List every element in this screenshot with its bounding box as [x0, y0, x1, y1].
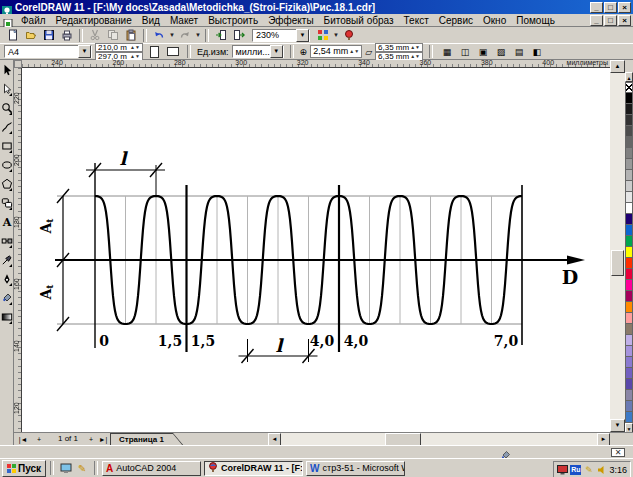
import-button[interactable]: [212, 28, 230, 43]
palette-color-999999[interactable]: [625, 159, 633, 170]
palette-no-color[interactable]: [625, 82, 633, 93]
drawing-canvas[interactable]: lAtAtl01,51,54,04,07,0D: [22, 68, 610, 432]
redo-button[interactable]: [176, 28, 194, 43]
undo-drop-icon[interactable]: ▼: [168, 28, 176, 43]
vertical-scrollbar[interactable]: ▲ ▼: [610, 60, 625, 432]
outline-status-icon[interactable]: ✕: [611, 448, 625, 457]
save-button[interactable]: [40, 28, 58, 43]
palette-color-8a7a6a[interactable]: [625, 324, 633, 335]
snap-objects-button[interactable]: ▣: [475, 45, 491, 59]
horizontal-ruler[interactable]: миллиметры 240260280300320340360380400: [22, 60, 610, 68]
menu-Текст[interactable]: Текст: [399, 15, 434, 26]
palette-color-3d7ac6[interactable]: [625, 412, 633, 423]
spinner-icon[interactable]: ▲▼: [349, 46, 359, 57]
restore-button[interactable]: □: [604, 2, 617, 13]
portrait-button[interactable]: [146, 45, 162, 59]
rectangle-tool[interactable]: [0, 136, 13, 155]
corel-community-button[interactable]: [340, 28, 358, 43]
paste-button[interactable]: [122, 28, 140, 43]
palette-color-ffff00[interactable]: [625, 247, 633, 258]
language-ru-icon[interactable]: Ru: [570, 465, 581, 475]
app-launcher-button[interactable]: [314, 28, 332, 43]
chevron-down-icon[interactable]: ▼: [78, 45, 91, 58]
zoom-level-combo[interactable]: 230% ▼: [252, 29, 310, 42]
zoom-tool[interactable]: [0, 98, 13, 117]
outline-tool[interactable]: [0, 269, 13, 288]
palette-scroll-up[interactable]: ▲: [625, 72, 633, 82]
treat-as-filled-button[interactable]: ▤: [511, 45, 527, 59]
palette-color-00a550[interactable]: [625, 236, 633, 247]
ruler-origin-box[interactable]: [14, 60, 22, 68]
palette-color-7260c0[interactable]: [625, 368, 633, 379]
pen-quicklaunch-icon[interactable]: ✎: [74, 461, 90, 475]
page-width-field[interactable]: 210,0 m▲▼: [95, 43, 143, 52]
palette-color-6a7ab3[interactable]: [625, 401, 633, 412]
show-desktop-icon[interactable]: [58, 461, 74, 475]
menu-Макет[interactable]: Макет: [165, 15, 203, 26]
minimize-button[interactable]: _: [590, 2, 603, 13]
palette-color-ff0099[interactable]: [625, 280, 633, 291]
vertical-ruler[interactable]: 220200180160140120: [14, 68, 22, 432]
menu-Битовый образ[interactable]: Битовый образ: [319, 15, 399, 26]
palette-color-8a7ad0[interactable]: [625, 357, 633, 368]
menu-Эффекты[interactable]: Эффекты: [263, 15, 318, 26]
palette-color-5a48aa[interactable]: [625, 379, 633, 390]
last-page-button[interactable]: ►|: [96, 434, 110, 445]
app-launcher-drop-icon[interactable]: ▼: [332, 28, 340, 43]
open-button[interactable]: [22, 28, 40, 43]
palette-color-cccccc[interactable]: [625, 181, 633, 192]
interactive-fill-tool[interactable]: [0, 307, 13, 326]
taskbar-task[interactable]: Wстр3-51 - Microsoft Word: [306, 461, 405, 476]
export-button[interactable]: [230, 28, 248, 43]
undo-button[interactable]: [150, 28, 168, 43]
cut-button[interactable]: [86, 28, 104, 43]
snap-grid-button[interactable]: ▦: [439, 45, 455, 59]
menu-Выстроить[interactable]: Выстроить: [203, 15, 263, 26]
duplicate-x-field[interactable]: 6,35 mm▲▼: [375, 43, 423, 52]
paper-size-combo[interactable]: A4 ▼: [4, 45, 92, 58]
scroll-down-button[interactable]: ▼: [610, 419, 625, 432]
print-button[interactable]: [58, 28, 76, 43]
landscape-button[interactable]: [165, 45, 181, 59]
ellipse-tool[interactable]: [0, 155, 13, 174]
palette-color-a6005c[interactable]: [625, 291, 633, 302]
redo-drop-icon[interactable]: ▼: [194, 28, 202, 43]
chevron-down-icon[interactable]: ▼: [296, 29, 309, 42]
minimize-button[interactable]: _: [590, 15, 603, 26]
spinner-icon[interactable]: ▲▼: [130, 53, 140, 60]
palette-color-333333[interactable]: [625, 115, 633, 126]
eyedropper-tool[interactable]: [0, 250, 13, 269]
display-icon[interactable]: [557, 464, 568, 475]
palette-color-b3b3b3[interactable]: [625, 170, 633, 181]
palette-color-e8003c[interactable]: [625, 269, 633, 280]
palette-color-808080[interactable]: [625, 148, 633, 159]
taskbar-task[interactable]: CorelDRAW 11 - [F:\...: [204, 461, 303, 476]
palette-color-0d66d0[interactable]: [625, 225, 633, 236]
menu-Помощь[interactable]: Помощь: [511, 15, 560, 26]
pick-tool[interactable]: [0, 60, 13, 79]
pen-icon[interactable]: ✎: [583, 464, 594, 475]
close-button[interactable]: ×: [618, 2, 631, 13]
spinner-icon[interactable]: ▲▼: [130, 44, 140, 51]
new-button[interactable]: [4, 28, 22, 43]
palette-color-ffffff[interactable]: [625, 203, 633, 214]
scroll-up-button[interactable]: ▲: [610, 60, 625, 73]
snap-guidelines-button[interactable]: ◫: [457, 45, 473, 59]
spinner-icon[interactable]: ▲▼: [410, 44, 420, 51]
taskbar-task[interactable]: AAutoCAD 2004: [102, 461, 201, 476]
vertical-scroll-thumb[interactable]: [611, 250, 624, 276]
menu-Сервис[interactable]: Сервис: [434, 15, 478, 26]
add-page-after-button[interactable]: +: [86, 434, 96, 445]
fill-tool[interactable]: [0, 288, 13, 307]
palette-color-c0b0e8[interactable]: [625, 335, 633, 346]
freehand-tool[interactable]: [0, 117, 13, 136]
first-page-button[interactable]: |◄: [16, 434, 30, 445]
copy-button[interactable]: [104, 28, 122, 43]
menu-Файл[interactable]: Файл: [16, 15, 51, 26]
bounding-box-button[interactable]: ◧: [529, 45, 545, 59]
palette-color-4d4d4d[interactable]: [625, 126, 633, 137]
dynamic-guides-button[interactable]: ▨: [493, 45, 509, 59]
start-button[interactable]: Пуск: [2, 460, 46, 477]
chevron-down-icon[interactable]: ▼: [270, 45, 283, 58]
palette-color-666666[interactable]: [625, 137, 633, 148]
